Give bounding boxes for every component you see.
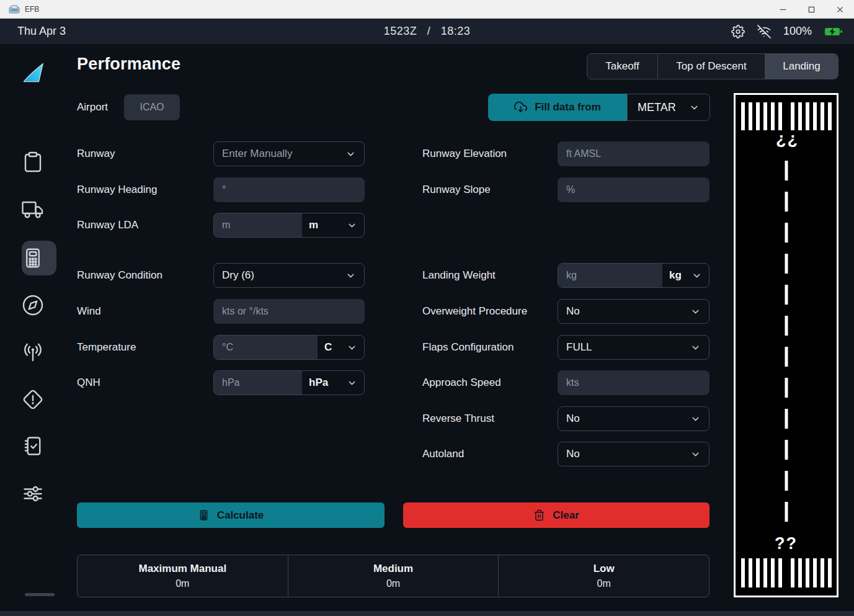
temperature-input[interactable] [214, 336, 318, 359]
status-clock: 1523Z / 18:23 [0, 19, 854, 44]
qnh-unit-select[interactable]: hPa [302, 371, 364, 395]
overweight-procedure-value: No [566, 305, 580, 318]
runway-heading-input[interactable] [213, 177, 365, 202]
sidebar-item-checklist[interactable] [0, 432, 65, 460]
autoland-select[interactable]: No [558, 442, 709, 466]
wifi-off-icon[interactable] [757, 25, 771, 38]
runway-diagram: ?? ?? [734, 93, 838, 597]
sidebar-item-fuel-truck[interactable] [0, 196, 65, 223]
qnh-field: hPa [213, 370, 365, 395]
local-time: 18:23 [441, 25, 471, 37]
runway-label: Runway [77, 141, 115, 166]
runway-designator-near: ?? [736, 534, 837, 553]
reverse-thrust-label: Reverse Thrust [422, 406, 494, 431]
wind-label: Wind [77, 299, 101, 324]
runway-elevation-label: Runway Elevation [422, 141, 507, 166]
calculate-button[interactable]: Calculate [77, 502, 385, 528]
battery-charging-icon [824, 26, 843, 37]
tab-top-of-descent[interactable]: Top of Descent [658, 54, 765, 79]
result-value: 0m [386, 578, 400, 589]
result-maximum-manual: Maximum Manual 0m [78, 555, 288, 597]
status-bar: Thu Apr 3 1523Z / 18:23 100% [0, 19, 854, 44]
tab-landing[interactable]: Landing [765, 54, 838, 79]
reverse-thrust-value: No [566, 413, 580, 425]
sidebar-item-alerts[interactable] [0, 385, 65, 414]
sidebar-item-tuning[interactable] [0, 480, 65, 508]
approach-speed-label: Approach Speed [422, 370, 501, 395]
alert-diamond-icon [22, 388, 44, 411]
qnh-input[interactable] [214, 371, 302, 395]
landing-weight-input[interactable] [558, 264, 662, 287]
runway-threshold-near [736, 558, 837, 587]
chevron-down-icon [690, 449, 701, 460]
landing-weight-unit-value: kg [669, 269, 682, 282]
sidebar-item-radio[interactable] [0, 339, 65, 367]
clock-separator: / [427, 25, 431, 37]
runway-slope-label: Runway Slope [422, 177, 491, 202]
clear-button[interactable]: Clear [403, 502, 709, 528]
flaps-configuration-value: FULL [566, 341, 592, 354]
sidebar-item-navigation[interactable] [0, 291, 65, 319]
minimize-icon[interactable] [768, 0, 797, 19]
runway-condition-value: Dry (6) [222, 269, 254, 282]
result-low: Low 0m [499, 555, 709, 597]
bottom-edge [0, 611, 854, 616]
close-icon[interactable] [825, 0, 854, 19]
chevron-down-icon [689, 102, 700, 113]
sidebar-item-clipboard[interactable] [0, 148, 65, 176]
landing-weight-unit-select[interactable]: kg [662, 264, 709, 287]
runway-designator-far: ?? [736, 131, 837, 150]
fill-data-from-label: Fill data from [535, 101, 601, 114]
sliders-icon [22, 483, 44, 505]
chevron-down-icon [347, 378, 357, 388]
calculate-label: Calculate [217, 509, 264, 522]
chevron-down-icon [345, 270, 356, 281]
runway-heading-label: Runway Heading [77, 177, 157, 202]
efb-app-window: EFB Thu Apr 3 1523Z / 18:23 100% [0, 0, 854, 616]
result-header: Maximum Manual [138, 563, 226, 575]
clipboard-icon [22, 151, 44, 173]
flaps-configuration-select[interactable]: FULL [558, 335, 709, 360]
fill-source-value: METAR [638, 101, 676, 114]
fill-source-select[interactable]: METAR [627, 94, 710, 121]
calculator-icon [22, 247, 44, 269]
runway-lda-label: Runway LDA [77, 213, 138, 238]
autoland-value: No [566, 448, 580, 460]
fill-data-from-button[interactable]: Fill data from [488, 94, 627, 121]
utc-time: 1523Z [384, 25, 417, 37]
runway-threshold-far [736, 102, 837, 130]
temperature-unit-select[interactable]: C [318, 336, 364, 359]
tab-takeoff[interactable]: Takeoff [587, 54, 658, 79]
approach-speed-input[interactable] [558, 370, 709, 395]
runway-select[interactable]: Enter Manually [213, 141, 365, 166]
airport-icao-input[interactable] [124, 94, 180, 120]
sidebar-nav [0, 44, 65, 616]
runway-condition-select[interactable]: Dry (6) [213, 263, 365, 288]
runway-lda-input[interactable] [214, 213, 302, 237]
landing-weight-label: Landing Weight [422, 263, 496, 288]
runway-lda-field: m [213, 213, 365, 238]
wind-input[interactable] [213, 299, 365, 324]
autoland-label: Autoland [422, 442, 464, 466]
overweight-procedure-select[interactable]: No [558, 299, 709, 324]
runway-lda-unit-select[interactable]: m [302, 213, 364, 237]
maximize-icon[interactable] [797, 0, 825, 19]
app-icon [9, 4, 20, 14]
result-value: 0m [176, 578, 189, 589]
page-title: Performance [77, 55, 180, 74]
chevron-down-icon [690, 414, 701, 424]
chevron-down-icon [347, 342, 357, 353]
truck-icon [22, 199, 44, 221]
runway-elevation-input[interactable] [558, 141, 709, 166]
result-header: Low [594, 563, 615, 575]
sidebar-item-performance-calculator[interactable] [0, 243, 65, 273]
cloud-download-icon [514, 101, 527, 114]
app-logo [0, 59, 65, 86]
flaps-configuration-label: Flaps Configuration [422, 335, 514, 360]
reverse-thrust-select[interactable]: No [558, 406, 709, 431]
performance-phase-tabs: Takeoff Top of Descent Landing [587, 53, 838, 79]
runway-slope-input[interactable] [558, 177, 709, 202]
settings-gear-icon[interactable] [731, 25, 745, 38]
compass-icon [22, 294, 44, 316]
runway-select-value: Enter Manually [222, 148, 292, 160]
